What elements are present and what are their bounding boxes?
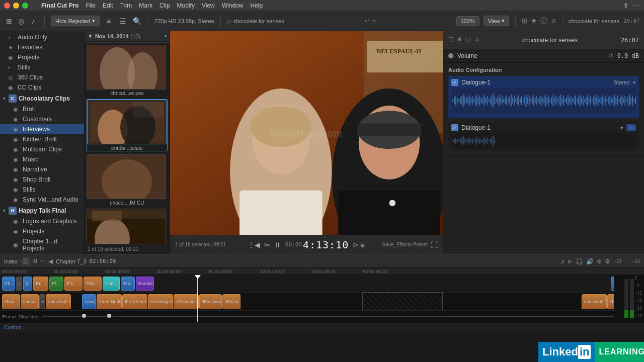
custom-btn[interactable]: Custom... (4, 325, 26, 330)
conn-clip-8[interactable]: Enr... (121, 277, 135, 291)
prev-frame-btn[interactable]: ⋮◀ (248, 241, 260, 249)
sidebar-item-360[interactable]: ◎ 360 Clips (0, 72, 84, 82)
sidebar-group-chocolatary[interactable]: ▼ C Chocolatary Clips (0, 93, 84, 104)
clip-item-4[interactable]: chocol...enses (87, 209, 168, 244)
sidebar-item-music[interactable]: ◉ Music (0, 154, 84, 164)
redo-icon[interactable]: ↪ (371, 18, 376, 24)
vclip-7[interactable]: three kinds of ch... (122, 294, 147, 309)
inspector-tab-icon1[interactable]: ◫ (448, 36, 454, 44)
timeline-vu-btn[interactable]: ⊳ (568, 258, 573, 265)
fullscreen-btn[interactable]: ⛶ (431, 241, 438, 249)
hide-rejected-button[interactable]: Hide Rejected ▾ (51, 16, 100, 26)
sidebar-item-audio-only[interactable]: ♪ Audio Only (0, 32, 84, 42)
music-icon[interactable]: ♪ (28, 16, 38, 26)
vclip-12[interactable]: chocolate T... (582, 294, 607, 309)
sidebar-item-projects[interactable]: ◉ Projects (0, 52, 84, 62)
clip-item-1[interactable]: chocol...ecipes (87, 45, 168, 96)
sidebar-item-stills2[interactable]: ◉ Stills (0, 185, 84, 195)
menu-clip[interactable]: Clip (159, 2, 170, 9)
menu-trim[interactable]: Trim (120, 2, 132, 9)
inspector-icon[interactable]: ⊞ (522, 17, 528, 26)
sidebar-item-favorites[interactable]: ★ Favorites (0, 42, 84, 52)
view-button[interactable]: View ▾ (484, 16, 510, 26)
sidebar-item-cc[interactable]: ◉ CC Clips (0, 82, 84, 93)
conn-clip-3[interactable]: Roll... (33, 277, 48, 291)
sidebar-item-interviews[interactable]: ◉ Interviews (0, 124, 84, 134)
timeline-audio-btn[interactable]: ♬ (560, 258, 565, 265)
info-icon[interactable]: ⓘ (540, 17, 547, 26)
close-button[interactable] (4, 3, 10, 9)
date-arrow[interactable]: ▼ (88, 33, 93, 39)
more-icon[interactable]: ⋯ (633, 2, 640, 10)
sidebar-item-shop-broll[interactable]: ◉ Shop Broll (0, 174, 84, 185)
sidebar-item-sync[interactable]: ◉ Sync Vid...and Audio (0, 195, 84, 205)
sidebar-item-customers[interactable]: ◉ Customers (0, 114, 84, 124)
vclip-8[interactable]: enrobing ch... (148, 294, 173, 309)
timeline-zoom-btn[interactable]: ⊕ (597, 258, 602, 265)
clip-item-3[interactable]: chocol...JM CU (87, 154, 168, 206)
vclip-2[interactable]: choco... (21, 294, 39, 309)
conn-clip-6[interactable]: Fish... (84, 277, 102, 291)
sidebar-item-chapter1[interactable]: ◉ Chapter 1...d Projects (0, 236, 84, 253)
vclip-5[interactable]: Loud... (82, 294, 96, 309)
vclip-9[interactable]: JM favorit... (174, 294, 199, 309)
vol-reset-btn[interactable]: ↺ (608, 52, 613, 59)
vclip-6[interactable]: three kinds of ch... (97, 294, 122, 309)
timeline-more-btn[interactable]: ⋯ (39, 257, 45, 265)
sidebar-item-projects2[interactable]: ◉ Projects (0, 226, 84, 236)
timeline-marker-btn[interactable]: ⊳ (353, 241, 359, 249)
conn-clip-2[interactable]: C (23, 277, 32, 291)
conn-clip-7[interactable]: Cutt... (103, 277, 120, 291)
menu-modify[interactable]: Modify (177, 2, 195, 9)
photos-icon[interactable]: ◎ (16, 16, 26, 26)
menu-help[interactable]: Help (250, 2, 263, 9)
zoom-button[interactable]: 102% (456, 16, 479, 26)
index-tab[interactable]: Index (4, 258, 18, 264)
fullscreen-button[interactable] (22, 3, 28, 9)
sidebar-item-logos[interactable]: ◉ Logos and Graphics (0, 216, 84, 226)
vclip-11[interactable]: JMs fa... (222, 294, 240, 309)
vclip-1[interactable]: choc... (2, 294, 20, 309)
timeline-list-btn[interactable]: ☰ (21, 257, 30, 265)
sidebar-item-kitchen[interactable]: ◉ Kitchen Broll (0, 134, 84, 144)
vclip-4[interactable]: chocolate recipe_JM (46, 294, 71, 309)
conn-clip-5[interactable]: Fis... (64, 277, 83, 291)
vclip-3[interactable]: c (39, 294, 45, 309)
inspector-tab-icon2[interactable]: ★ (457, 36, 462, 44)
timeline-settings-btn[interactable]: ⚙ (605, 258, 610, 265)
menu-view[interactable]: View (202, 2, 215, 9)
inspector-tab-icon4[interactable]: ♬ (474, 36, 479, 44)
stereo-dropdown[interactable]: ▾ (633, 79, 636, 86)
conn-clip-9[interactable]: Enrobing... (136, 277, 154, 291)
conn-clip-1[interactable]: Ch... (2, 277, 15, 291)
menu-window[interactable]: Window (222, 2, 244, 9)
dialogue2-expand[interactable]: ▾ (620, 125, 623, 131)
eternal-handle-1[interactable] (82, 314, 86, 318)
audio-icon[interactable]: ♬ (550, 17, 556, 26)
timeline-arrow-left[interactable]: ◀ (48, 258, 53, 265)
eternal-handle-2[interactable] (107, 314, 111, 318)
sidebar-item-narrative[interactable]: ◉ Narrative (0, 164, 84, 174)
share-icon[interactable]: ⬆ (623, 2, 629, 10)
dialogue2-checkbox[interactable]: ✓ (451, 124, 458, 131)
timeline-clip-btn[interactable]: ⊞ (32, 257, 37, 265)
timeline-marker2-btn[interactable]: ◈ (360, 241, 365, 249)
inspector-tab-icon3[interactable]: ⓘ (465, 36, 471, 44)
trim-btn[interactable]: ✂ (264, 241, 270, 249)
vclip-10[interactable]: JMs favor... (199, 294, 222, 309)
effects-icon[interactable]: ★ (531, 17, 537, 26)
search-icon[interactable]: 🔍 (132, 16, 142, 26)
minimize-button[interactable] (13, 3, 19, 9)
filter-icon[interactable]: ≡ (104, 16, 114, 26)
timeline-headphones-btn[interactable]: 🎧 (576, 258, 583, 265)
undo-icon[interactable]: ↩ (365, 18, 369, 24)
conn-clip-4[interactable]: Pl... (49, 277, 63, 291)
menu-mark[interactable]: Mark (139, 2, 152, 9)
sidebar-item-multicam[interactable]: ◉ Multicam Clips (0, 144, 84, 154)
list-icon[interactable]: ☰ (118, 16, 128, 26)
sidebar-item-broll[interactable]: ◉ Broll (0, 104, 84, 114)
sidebar-group-happy-talk[interactable]: ▼ H Happy Talk Final (0, 205, 84, 216)
clip-item-2[interactable]: enrobi...colate (87, 99, 168, 151)
menu-file[interactable]: File (86, 2, 96, 9)
menu-edit[interactable]: Edit (103, 2, 113, 9)
